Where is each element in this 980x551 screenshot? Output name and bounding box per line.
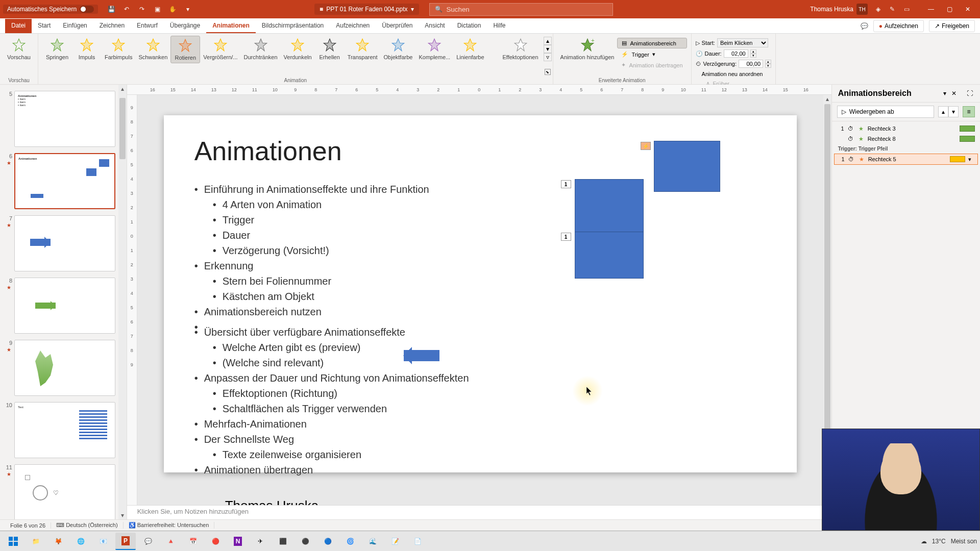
weather-icon[interactable]: ☁ [921, 538, 927, 545]
duration-up[interactable]: ▴ [750, 49, 756, 54]
language-status[interactable]: ⌨ Deutsch (Österreich) [51, 522, 124, 529]
teams-icon[interactable]: 💬 [138, 533, 158, 550]
tab-zeichnen[interactable]: Zeichnen [93, 19, 131, 33]
delay-down[interactable]: ▾ [765, 64, 771, 68]
redo-icon[interactable]: ↷ [138, 5, 146, 13]
notepad-icon[interactable]: 📝 [385, 533, 405, 550]
bullet-item[interactable]: Schaltflächen als Trigger verwenden [213, 401, 766, 416]
timeline-toggle[interactable]: ≡ [963, 106, 975, 117]
bullet-item[interactable]: Erkennung [194, 258, 766, 273]
tab-dictation[interactable]: Dictation [451, 19, 487, 33]
search-input[interactable] [447, 6, 607, 13]
animation-pane-toggle[interactable]: ▤Animationsbereich [617, 38, 687, 48]
thumbs-scrollbar[interactable]: ▴ ▾ [118, 85, 127, 519]
preview-button[interactable]: Vorschau [4, 36, 34, 62]
comments-icon[interactable]: 💬 [861, 22, 868, 30]
edge-icon[interactable]: 🌊 [362, 533, 383, 550]
move-up-button[interactable]: ▴ [938, 106, 948, 117]
bullet-item[interactable]: Animationen übertragen [194, 462, 766, 478]
anim-item-rechteck-3[interactable]: 1⏱★Rechteck 3 [834, 123, 978, 134]
bullet-item[interactable]: Animationsbereich nutzen [194, 304, 766, 319]
slide-bullets[interactable]: Einführung in Animationseffekte und ihre… [194, 182, 766, 478]
duration-input[interactable] [724, 49, 748, 58]
move-down-button[interactable]: ▾ [948, 106, 959, 117]
effect-springen[interactable]: Springen [42, 36, 72, 62]
bullet-item[interactable]: Welche Arten gibt es (preview) [213, 340, 766, 355]
pane-dropdown-icon[interactable]: ▾ [942, 89, 947, 98]
editor-scroll-up[interactable]: ▴ [823, 95, 831, 103]
app-icon-3[interactable]: 📄 [407, 533, 428, 550]
effect-kompleme[interactable]: Kompleme... [415, 36, 453, 62]
firefox-icon[interactable]: 🦊 [48, 533, 68, 550]
slide-author[interactable]: Thomas Hruska [225, 498, 766, 505]
close-button[interactable]: ✕ [959, 2, 977, 16]
filename-button[interactable]: ■ PPT 01 Roter Faden 004.pptx ▾ [314, 4, 419, 15]
outlook-icon[interactable]: 📧 [93, 533, 113, 550]
bullet-item[interactable]: (Welche sind relevant) [213, 355, 766, 370]
search-box[interactable]: 🔍 [429, 3, 613, 16]
thumb-10[interactable]: 10Text [0, 399, 127, 461]
tab-übergänge[interactable]: Übergänge [164, 19, 206, 33]
thumb-8[interactable]: 8★ [0, 274, 127, 337]
effect-rotieren[interactable]: Rotieren [170, 36, 200, 63]
tab-animationen[interactable]: Animationen [206, 19, 256, 33]
thumb-7[interactable]: 7★ [0, 212, 127, 274]
tab-start[interactable]: Start [32, 19, 57, 33]
bullet-item[interactable]: Übersicht über verfügbare Animationseffe… [194, 324, 766, 340]
bullet-item[interactable]: Trigger [213, 212, 766, 228]
maximize-button[interactable]: ▢ [940, 2, 959, 16]
bullet-item[interactable]: Effektoptionen (Richtung) [213, 386, 766, 401]
gallery-more-button[interactable]: ▿ [544, 53, 552, 61]
tab-ansicht[interactable]: Ansicht [419, 19, 451, 33]
bullet-item[interactable]: Verzögerung (Vorsicht!) [213, 243, 766, 258]
start-select[interactable]: Beim Klicken [717, 38, 768, 47]
save-icon[interactable]: 💾 [107, 5, 115, 13]
delay-input[interactable] [739, 60, 763, 68]
animation-launcher[interactable]: ⬊ [545, 69, 551, 75]
effect-objektfarbe[interactable]: Objektfarbe [381, 36, 416, 62]
anim-tag-2[interactable]: 1 [561, 233, 571, 241]
record-app-icon[interactable]: 🔵 [317, 533, 338, 550]
anim-tag-trigger[interactable]: ⚡ [641, 142, 651, 150]
tab-entwurf[interactable]: Entwurf [131, 19, 164, 33]
thumb-6[interactable]: 6★Animationen [0, 150, 127, 212]
todoist-icon[interactable]: 🔴 [205, 533, 226, 550]
tab-aufzeichnen[interactable]: Aufzeichnen [330, 19, 376, 33]
vlc-icon[interactable]: 🔺 [160, 533, 181, 550]
effect-schwanken[interactable]: Schwanken [135, 36, 170, 62]
tab-überprüfen[interactable]: Überprüfen [376, 19, 419, 33]
pane-expand-icon[interactable]: ⛶ [966, 89, 974, 98]
touch-mode-icon[interactable]: ✋ [168, 5, 177, 13]
add-animation-button[interactable]: + Animation hinzufügen [557, 36, 618, 62]
bullet-item[interactable]: Stern bei Foliennummer [213, 273, 766, 289]
effect-verdunkeln[interactable]: Verdunkeln [281, 36, 315, 62]
effect-durchtrnken[interactable]: Durchtränken [241, 36, 281, 62]
slideshow-start-icon[interactable]: ▣ [153, 5, 161, 13]
file-explorer-icon[interactable]: 📁 [26, 533, 46, 550]
bullet-item[interactable]: 4 Arten von Animation [213, 197, 766, 212]
slide-position[interactable]: Folie 6 von 26 [5, 522, 51, 529]
obs-icon[interactable]: ⚫ [295, 533, 315, 550]
tab-datei[interactable]: Datei [5, 19, 32, 33]
powerpoint-icon[interactable]: P [115, 533, 136, 550]
thumb-11[interactable]: 11★♡ [0, 461, 127, 519]
trigger-button[interactable]: ⚡Trigger▾ [617, 49, 687, 59]
rectangle-shape-2[interactable] [575, 179, 644, 233]
tab-bildschirmpräsentation[interactable]: Bildschirmpräsentation [256, 19, 330, 33]
user-account[interactable]: Thomas Hruska TH [810, 4, 868, 15]
minimize-button[interactable]: — [922, 2, 940, 16]
gallery-up-button[interactable]: ▴ [544, 37, 552, 45]
bullet-item[interactable]: Mehrfach-Animationen [194, 416, 766, 432]
record-button[interactable]: ●Aufzeichnen [873, 20, 924, 32]
scroll-handle[interactable] [119, 98, 126, 159]
bullet-item[interactable]: Anpassen der Dauer und Richtung von Anim… [194, 370, 766, 386]
weather-text[interactable]: Meist son [951, 538, 977, 545]
app-icon-1[interactable]: ⬛ [273, 533, 293, 550]
pen-icon[interactable]: ✎ [888, 5, 896, 13]
rectangle-shape-3[interactable] [575, 232, 644, 279]
anim-item-rechteck-8[interactable]: ⏱★Rechteck 8 [834, 134, 978, 144]
pane-close-icon[interactable]: ✕ [950, 89, 958, 98]
animation-painter-button[interactable]: ✦Animation übertragen [617, 60, 687, 70]
thumb-5[interactable]: 5Animationen• item• item• item [0, 88, 127, 150]
autosave-switch[interactable] [80, 6, 94, 13]
